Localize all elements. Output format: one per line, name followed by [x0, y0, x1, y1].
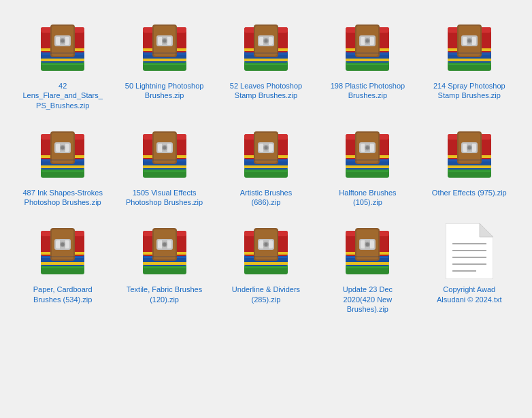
svg-rect-108 [143, 165, 186, 168]
file-icon-7 [134, 124, 195, 185]
svg-point-31 [163, 39, 166, 43]
svg-point-116 [163, 146, 166, 149]
file-label-6: 487 Ink Shapes-Strokes Photoshop Brushes… [22, 188, 103, 208]
svg-point-218 [264, 243, 267, 246]
file-item-12[interactable]: Textile, Fabric Brushes (120).zip [115, 217, 213, 317]
file-item-10[interactable]: Other Effects (975).zip [420, 120, 518, 211]
svg-rect-100 [41, 159, 84, 161]
svg-point-184 [61, 243, 65, 246]
file-icon-6 [32, 124, 93, 185]
file-item-3[interactable]: 52 Leaves Photoshop Stamp Brushes.zip [217, 14, 315, 114]
file-item-2[interactable]: 50 Lightning Photoshop Brushes.zip [115, 14, 213, 114]
file-item-1[interactable]: 42 Lens_Flare_and_Stars_PS_Brushes.zip [14, 14, 112, 114]
file-label-2: 50 Lightning Photoshop Brushes.zip [124, 81, 205, 101]
file-item-11[interactable]: Paper, Cardboard Brushes (534).zip [14, 217, 112, 317]
svg-rect-135 [244, 170, 288, 171]
svg-rect-118 [143, 170, 186, 171]
file-item-14[interactable]: Update 23 Dec 2020(420 New Brushes).zip [318, 217, 416, 317]
svg-rect-57 [346, 59, 389, 61]
svg-rect-15 [41, 52, 84, 54]
svg-rect-152 [346, 170, 389, 171]
svg-rect-203 [143, 266, 186, 268]
file-label-8: Artistic Brushes (686).zip [225, 188, 307, 208]
file-label-15: Copyright Awad Alsudani © 2024.txt [429, 285, 510, 304]
svg-point-150 [366, 146, 369, 149]
file-icon-12 [134, 221, 195, 282]
file-icon-8 [235, 124, 297, 185]
file-label-13: Underline & Dividers (285).zip [225, 285, 307, 304]
svg-rect-237 [346, 266, 389, 268]
svg-rect-142 [346, 165, 389, 168]
svg-point-14 [61, 39, 65, 43]
file-item-15[interactable]: Copyright Awad Alsudani © 2024.txt [420, 217, 518, 317]
file-label-9: Halftone Brushes (105).zip [327, 188, 408, 208]
file-item-8[interactable]: Artistic Brushes (686).zip [217, 120, 315, 211]
svg-rect-125 [244, 165, 288, 168]
svg-rect-74 [448, 59, 491, 61]
svg-point-201 [163, 243, 166, 246]
file-grid: 42 Lens_Flare_and_Stars_PS_Brushes.zip [7, 7, 525, 324]
file-icon-11 [32, 221, 93, 282]
svg-rect-202 [143, 256, 186, 257]
file-label-11: Paper, Cardboard Brushes (534).zip [22, 285, 103, 304]
svg-rect-193 [143, 262, 186, 265]
svg-rect-32 [143, 52, 186, 54]
svg-rect-49 [244, 52, 288, 54]
svg-rect-186 [41, 266, 84, 268]
svg-point-133 [264, 146, 267, 149]
svg-marker-239 [480, 223, 493, 237]
file-item-7[interactable]: 1505 Visual Effects Photoshop Brushes.zi… [115, 120, 213, 211]
svg-rect-219 [244, 256, 288, 257]
svg-rect-159 [448, 165, 491, 168]
svg-rect-117 [143, 159, 186, 161]
svg-rect-23 [143, 59, 186, 61]
file-item-5[interactable]: 214 Spray Photoshop Stamp Brushes.zip [420, 14, 518, 114]
svg-rect-185 [41, 256, 84, 257]
file-label-5: 214 Spray Photoshop Stamp Brushes.zip [429, 81, 510, 101]
file-icon-1 [32, 17, 93, 78]
file-label-3: 52 Leaves Photoshop Stamp Brushes.zip [225, 81, 307, 101]
file-icon-5 [439, 17, 500, 78]
file-label-1: 42 Lens_Flare_and_Stars_PS_Brushes.zip [22, 81, 103, 110]
file-icon-10 [439, 124, 500, 185]
svg-rect-220 [244, 266, 288, 268]
file-icon-13 [235, 221, 297, 282]
svg-rect-40 [244, 59, 288, 61]
svg-rect-236 [346, 256, 389, 257]
svg-point-82 [467, 39, 471, 43]
svg-rect-168 [448, 159, 491, 161]
file-icon-4 [337, 17, 398, 78]
file-icon-3 [235, 17, 297, 78]
svg-rect-134 [244, 159, 288, 161]
svg-rect-33 [143, 63, 186, 64]
file-icon-2 [134, 17, 195, 78]
file-label-14: Update 23 Dec 2020(420 New Brushes).zip [327, 285, 408, 314]
svg-rect-176 [41, 262, 84, 265]
svg-point-167 [467, 146, 471, 149]
svg-rect-67 [346, 63, 389, 64]
svg-rect-50 [244, 63, 288, 64]
svg-rect-101 [41, 170, 84, 171]
file-icon-9 [337, 124, 398, 185]
file-item-4[interactable]: 198 Plastic Photoshop Brushes.zip [318, 14, 416, 114]
svg-rect-227 [346, 262, 389, 265]
file-item-6[interactable]: 487 Ink Shapes-Strokes Photoshop Brushes… [14, 120, 112, 211]
svg-point-48 [264, 39, 267, 43]
file-label-12: Textile, Fabric Brushes (120).zip [124, 285, 205, 304]
file-label-4: 198 Plastic Photoshop Brushes.zip [327, 81, 408, 101]
file-item-13[interactable]: Underline & Dividers (285).zip [217, 217, 315, 317]
svg-point-65 [366, 39, 369, 43]
svg-rect-151 [346, 159, 389, 161]
svg-rect-91 [41, 165, 84, 168]
svg-point-235 [366, 243, 369, 246]
svg-rect-169 [448, 170, 491, 171]
file-label-7: 1505 Visual Effects Photoshop Brushes.zi… [124, 188, 205, 208]
svg-rect-210 [244, 262, 288, 265]
svg-point-99 [61, 146, 65, 149]
file-label-10: Other Effects (975).zip [432, 188, 507, 197]
file-icon-15 [439, 221, 500, 282]
file-icon-14 [337, 221, 398, 282]
svg-rect-16 [41, 63, 84, 64]
file-item-9[interactable]: Halftone Brushes (105).zip [318, 120, 416, 211]
svg-rect-6 [41, 59, 84, 61]
